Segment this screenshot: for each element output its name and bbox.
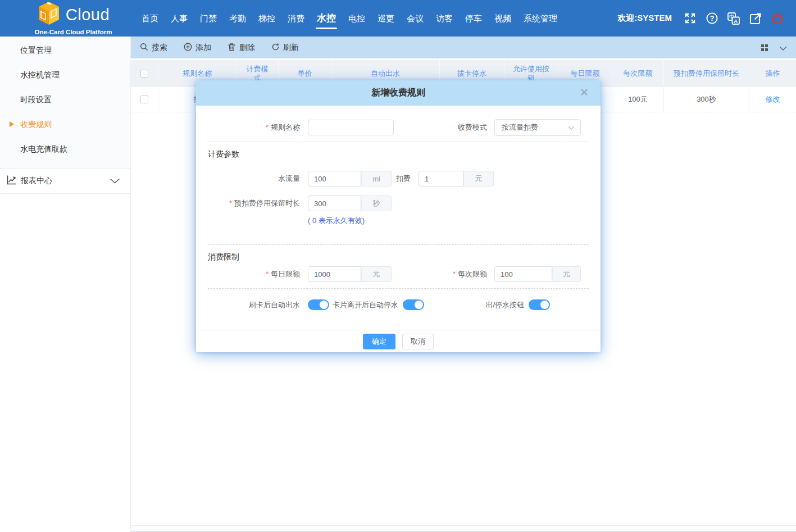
nav-item-video[interactable]: 视频 [488,0,517,37]
main-nav: 首页 人事 门禁 考勤 梯控 消费 水控 电控 巡更 会议 访客 停车 视频 系… [135,0,563,37]
nav-item-consume[interactable]: 消费 [281,0,311,37]
search-icon [140,43,148,53]
per-limit-input[interactable] [494,266,552,282]
collapse-chevron-icon[interactable] [779,43,787,53]
nav-item-visitor[interactable]: 访客 [430,0,459,37]
search-button[interactable]: 搜索 [140,43,167,53]
topbar-actions: 欢迎:SYSTEM ? 中 [617,11,785,26]
cell-reserve-time: 300秒 [664,87,749,112]
nav-item-access[interactable]: 门禁 [194,0,223,37]
daily-limit-unit: 元 [361,266,392,282]
water-flow-unit: ml [361,171,392,187]
delete-button[interactable]: 删除 [228,43,255,53]
app-window: Cloud One-Card Cloud Platform 首页 人事 门禁 考… [0,0,796,532]
dialog-title: 新增收费规则 [371,87,425,99]
add-icon [184,43,192,53]
horizontal-scrollbar[interactable] [131,525,796,532]
reserve-time-label: 预扣费停用保留时长 [208,198,300,208]
card-leave-stop-toggle-label: 卡片离开后自动停水 [333,300,398,310]
nav-item-home[interactable]: 首页 [135,0,165,37]
brand-logo: Cloud One-Card Cloud Platform [21,1,125,35]
svg-text:?: ? [709,15,714,22]
section-divider [208,142,589,142]
top-navigation-bar: Cloud One-Card Cloud Platform 首页 人事 门禁 考… [0,0,796,37]
brand-subtitle: One-Card Cloud Platform [34,29,112,35]
col-header-actions: 操作 [749,60,796,87]
translate-icon[interactable]: 中 A [726,11,741,26]
nav-item-personnel[interactable]: 人事 [165,0,194,37]
add-charging-rule-dialog: 新增收费规则 ✕ 规则名称 收费模式 按流量扣费 计费参 [196,80,601,352]
consume-limit-section-title: 消费限制 [208,252,589,262]
col-header-per-limit: 每次限额 [612,60,664,87]
daily-limit-input[interactable] [308,266,361,282]
start-stop-button-toggle[interactable] [529,299,550,310]
section-divider [208,288,589,289]
section-divider [208,244,589,245]
power-icon[interactable] [770,11,785,26]
sidebar: 位置管理 水控机管理 时段设置 收费规则 水电充值取款 报表中心 [0,37,131,532]
nav-item-system[interactable]: 系统管理 [517,0,563,37]
new-window-icon[interactable] [748,11,763,26]
cell-per-limit: 100元 [612,87,664,112]
close-icon[interactable]: ✕ [580,87,589,99]
water-flow-label: 水流量 [208,174,300,184]
select-chevron-icon [568,124,575,132]
help-icon[interactable]: ? [704,11,719,26]
select-all-checkbox[interactable] [140,70,148,78]
dialog-footer: 确定 取消 [196,330,601,352]
cancel-button[interactable]: 取消 [402,334,434,349]
auto-water-toggle[interactable] [308,299,329,310]
rule-name-label: 规则名称 [208,122,300,133]
sidebar-item-charging-rules-active[interactable]: 收费规则 [0,112,130,137]
rule-name-input[interactable] [308,120,394,135]
fullscreen-icon[interactable] [683,11,697,26]
col-header-reserve-time: 预扣费停用保留时长 [664,60,749,87]
nav-item-parking[interactable]: 停车 [459,0,488,37]
refresh-icon [271,43,280,53]
deduct-fee-label: 扣费 [396,174,411,184]
sidebar-item-water-controller-management[interactable]: 水控机管理 [0,62,130,87]
reserve-time-unit: 秒 [361,195,392,211]
card-leave-stop-toggle[interactable] [403,299,424,310]
charge-mode-select[interactable]: 按流量扣费 [494,119,581,136]
edit-row-link[interactable]: 修改 [766,94,780,104]
active-triangle-icon [10,121,14,127]
nav-item-attendance[interactable]: 考勤 [223,0,252,37]
welcome-text: 欢迎:SYSTEM [617,13,672,24]
per-limit-label: 每次限额 [404,269,487,279]
dialog-header: 新增收费规则 ✕ [196,80,601,106]
svg-text:A: A [734,17,738,24]
cube-logo-icon [37,1,61,28]
sidebar-item-recharge-withdraw[interactable]: 水电充值取款 [0,137,130,161]
deduct-fee-unit: 元 [463,171,494,187]
delete-icon [228,43,236,53]
nav-item-water-control-active[interactable]: 水控 [311,0,342,37]
water-flow-input[interactable] [308,171,361,187]
chart-icon [6,175,17,188]
per-limit-unit: 元 [552,266,581,282]
nav-item-meeting[interactable]: 会议 [401,0,430,37]
nav-item-elevator[interactable]: 梯控 [252,0,281,37]
nav-item-electric[interactable]: 电控 [342,0,371,37]
reserve-time-input[interactable] [308,195,361,211]
nav-item-patrol[interactable]: 巡更 [371,0,401,37]
auto-water-toggle-label: 刷卡后自动出水 [208,300,300,310]
add-button[interactable]: 添加 [184,43,211,53]
sidebar-submenu: 位置管理 水控机管理 时段设置 收费规则 水电充值取款 [0,37,130,168]
start-stop-button-toggle-label: 出/停水按钮 [455,300,524,310]
row-checkbox[interactable] [140,96,148,103]
report-center-label: 报表中心 [21,176,110,186]
deduct-fee-input[interactable] [419,171,463,187]
reserve-time-hint: ( 0 表示永久有效) [308,216,589,226]
grid-view-icon[interactable] [761,44,768,51]
toolbar: 搜索 添加 删除 [131,37,796,58]
sidebar-item-report-center[interactable]: 报表中心 [0,168,130,194]
refresh-button[interactable]: 刷新 [271,43,299,53]
billing-params-section-title: 计费参数 [208,149,589,160]
chevron-down-icon [110,176,120,186]
charge-mode-label: 收费模式 [404,122,487,133]
daily-limit-label: 每日限额 [208,269,300,279]
sidebar-item-time-period-settings[interactable]: 时段设置 [0,87,130,112]
sidebar-item-location-management[interactable]: 位置管理 [0,38,130,62]
confirm-button[interactable]: 确定 [363,334,395,349]
